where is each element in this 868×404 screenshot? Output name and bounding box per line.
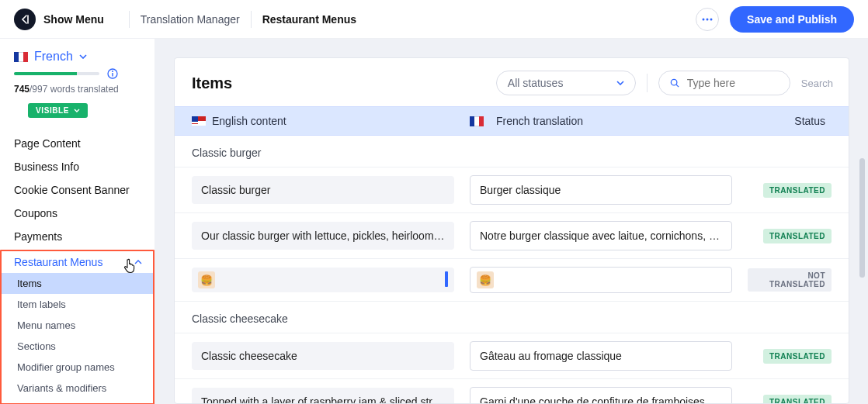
sidebar: French 745/997 words translated VISIBLE … xyxy=(0,39,155,404)
sidebar-subitem-modifier-groups[interactable]: Modifier group names xyxy=(2,357,153,378)
breadcrumb-translation-manager[interactable]: Translation Manager xyxy=(141,13,240,26)
translation-cell[interactable]: Garni d'une couche de confiture de framb… xyxy=(470,387,732,403)
svg-point-3 xyxy=(710,18,713,20)
show-menu-button[interactable] xyxy=(14,9,36,30)
status-filter-dropdown[interactable]: All statuses xyxy=(496,71,636,95)
divider xyxy=(129,11,130,28)
more-actions-button[interactable] xyxy=(696,8,719,31)
flag-us-icon xyxy=(192,116,206,126)
group-label: Classic burger xyxy=(175,136,849,167)
sidebar-item-restaurant-menus[interactable]: Restaurant Menus xyxy=(2,251,153,273)
status-badge: TRANSLATED xyxy=(763,183,832,198)
chevron-down-icon xyxy=(74,109,80,112)
words-translated-count: 745/997 words translated xyxy=(0,79,155,102)
table-row: Classic burger Burger classique TRANSLAT… xyxy=(175,167,849,213)
items-card: Items All statuses Search English conten… xyxy=(174,57,849,404)
header-french: French translation xyxy=(496,115,583,127)
chevron-down-icon xyxy=(616,81,624,85)
info-icon[interactable] xyxy=(107,68,118,79)
sidebar-subitem-items[interactable]: Items xyxy=(2,273,153,294)
svg-point-5 xyxy=(112,71,113,72)
save-and-publish-button[interactable]: Save and Publish xyxy=(730,6,854,33)
status-badge: TRANSLATED xyxy=(763,395,832,403)
show-menu-label[interactable]: Show Menu xyxy=(43,13,104,26)
sidebar-subitem-item-labels[interactable]: Item labels xyxy=(2,294,153,315)
source-cell[interactable]: Our classic burger with lettuce, pickles… xyxy=(192,222,454,250)
status-badge: TRANSLATED xyxy=(763,349,832,364)
translation-image-cell[interactable]: 🍔 xyxy=(470,267,732,293)
sidebar-subitem-sections[interactable]: Sections xyxy=(2,336,153,357)
translation-cell[interactable]: Notre burger classique avec laitue, corn… xyxy=(470,221,732,250)
scrollbar[interactable] xyxy=(859,158,865,278)
sidebar-item-payments[interactable]: Payments xyxy=(0,225,155,248)
sidebar-item-cookie-consent[interactable]: Cookie Consent Banner xyxy=(0,178,155,202)
chevron-down-icon xyxy=(79,54,87,59)
svg-point-1 xyxy=(703,18,705,20)
chevron-up-icon xyxy=(134,260,142,264)
sidebar-subitem-variants[interactable]: Variants & modifiers xyxy=(2,378,153,399)
translation-cell[interactable]: Burger classique xyxy=(470,175,732,205)
search-box[interactable] xyxy=(658,71,790,95)
sidebar-item-coupons[interactable]: Coupons xyxy=(0,202,155,225)
search-icon xyxy=(670,78,679,88)
status-badge: TRANSLATED xyxy=(763,229,832,243)
topbar: Show Menu Translation Manager Restaurant… xyxy=(0,0,868,39)
flag-france-icon xyxy=(14,52,28,62)
image-thumbnail-icon: 🍔 xyxy=(198,271,215,288)
table-body[interactable]: Classic burger Classic burger Burger cla… xyxy=(175,136,849,403)
source-cell[interactable]: Classic burger xyxy=(192,176,454,204)
header-english: English content xyxy=(212,115,286,127)
sidebar-subitem-menu-names[interactable]: Menu names xyxy=(2,315,153,336)
translation-cell[interactable]: Gâteau au fromage classique xyxy=(470,341,732,371)
sidebar-item-business-info[interactable]: Business Info xyxy=(0,155,155,178)
language-selector[interactable]: French xyxy=(0,39,155,68)
group-label: Classic cheesecake xyxy=(175,302,849,333)
sidebar-item-page-content[interactable]: Page Content xyxy=(0,132,155,155)
search-label[interactable]: Search xyxy=(801,78,833,89)
search-input[interactable] xyxy=(686,76,779,90)
table-row: Topped with a layer of raspberry jam & s… xyxy=(175,379,849,403)
table-row: Classic cheesecake Gâteau au fromage cla… xyxy=(175,333,849,379)
flag-france-icon xyxy=(470,116,484,126)
progress-bar xyxy=(14,72,99,75)
svg-point-7 xyxy=(671,79,677,85)
divider xyxy=(251,11,252,28)
main-panel: Items All statuses Search English conten… xyxy=(155,39,868,404)
source-cell[interactable]: Topped with a layer of raspberry jam & s… xyxy=(192,388,454,403)
header-status: Status xyxy=(748,115,832,127)
source-cell[interactable]: Classic cheesecake xyxy=(192,342,454,370)
breadcrumb-restaurant-menus: Restaurant Menus xyxy=(262,13,356,26)
svg-line-8 xyxy=(676,85,679,87)
svg-point-2 xyxy=(707,18,709,20)
translation-progress xyxy=(0,68,155,79)
panel-title: Items xyxy=(192,74,485,92)
sidebar-group-restaurant-menus: Restaurant Menus Items Item labels Menu … xyxy=(0,250,155,404)
language-name: French xyxy=(34,50,73,64)
ellipsis-icon xyxy=(702,18,713,21)
svg-rect-6 xyxy=(112,73,113,77)
table-header: English content French translation Statu… xyxy=(175,106,849,136)
table-row: 🍔 🍔 NOT TRANSLATED xyxy=(175,259,849,302)
collapse-icon xyxy=(19,14,30,25)
source-image-cell[interactable]: 🍔 xyxy=(192,268,454,292)
table-row: Our classic burger with lettuce, pickles… xyxy=(175,213,849,259)
image-thumbnail-icon: 🍔 xyxy=(477,271,494,288)
visibility-badge[interactable]: VISIBLE xyxy=(28,103,88,118)
status-badge: NOT TRANSLATED xyxy=(748,268,832,292)
